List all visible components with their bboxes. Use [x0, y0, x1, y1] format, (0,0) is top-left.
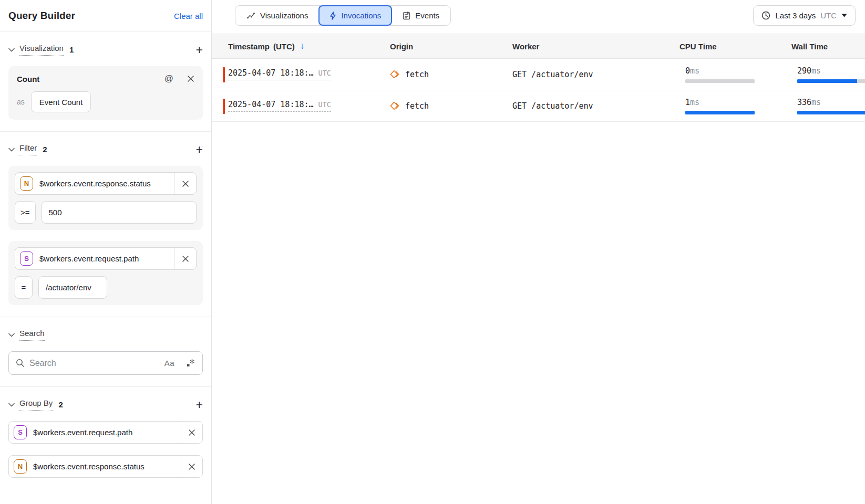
group-by-field-selector[interactable]: N $workers.event.response.status — [8, 455, 203, 478]
filter-value-input[interactable] — [42, 201, 197, 224]
wall-time-cell: 290ms — [791, 66, 865, 83]
cpu-time-bar — [685, 79, 755, 83]
caret-down-icon — [841, 14, 847, 17]
add-filter-button[interactable]: + — [196, 144, 203, 155]
tab-invocations[interactable]: Invocations — [318, 5, 392, 26]
remove-filter-icon[interactable] — [174, 248, 196, 269]
column-header-timestamp[interactable]: Timestamp (UTC) ↓ — [228, 41, 390, 51]
filter-field-selector[interactable]: N $workers.event.response.status — [15, 172, 197, 195]
query-builder-sidebar: Query Builder Clear all Visualization 1 … — [0, 0, 212, 504]
column-header-wall-time[interactable]: Wall Time — [791, 42, 865, 51]
column-header-cpu-time[interactable]: CPU Time — [679, 42, 791, 51]
invocations-table-header: Timestamp (UTC) ↓ Origin Worker CPU Time… — [212, 34, 865, 59]
number-type-badge: N — [14, 459, 27, 474]
visualization-section: Visualization 1 + Count @ as Event Count — [0, 32, 211, 132]
section-title-search[interactable]: Search — [19, 329, 45, 341]
group-by-field-selector[interactable]: S $workers.event.request.path — [8, 421, 203, 444]
search-section: Search Aa — [0, 317, 211, 387]
section-title-visualization[interactable]: Visualization — [19, 44, 64, 56]
regex-icon[interactable] — [186, 359, 195, 368]
column-header-worker[interactable]: Worker — [512, 42, 679, 51]
column-header-origin[interactable]: Origin — [390, 42, 512, 51]
remove-group-by-icon[interactable] — [181, 456, 202, 477]
search-input[interactable] — [29, 359, 160, 368]
wall-time-bar — [797, 79, 865, 83]
remove-visualization-icon[interactable] — [187, 75, 194, 82]
chevron-down-icon[interactable] — [8, 148, 15, 152]
origin-value: fetch — [405, 101, 429, 111]
chevron-down-icon[interactable] — [8, 333, 15, 337]
sort-desc-icon[interactable]: ↓ — [300, 41, 305, 51]
remove-filter-icon[interactable] — [174, 173, 196, 194]
time-range-timezone: UTC — [820, 11, 837, 20]
chevron-down-icon[interactable] — [8, 48, 15, 52]
visualization-card: Count @ as Event Count — [8, 66, 203, 120]
clear-all-link[interactable]: Clear all — [174, 12, 203, 20]
group-by-field-path: $workers.event.request.path — [33, 428, 181, 437]
filter-count: 2 — [43, 145, 47, 154]
alias-button[interactable]: Event Count — [31, 91, 91, 112]
filter-operator-select[interactable]: = — [15, 276, 33, 299]
string-type-badge: S — [14, 425, 27, 439]
page-title: Query Builder — [8, 10, 75, 22]
worker-request-value: GET /actuator/env — [512, 70, 679, 79]
match-case-icon[interactable]: Aa — [164, 359, 174, 368]
time-range-dropdown[interactable]: Last 3 days UTC — [753, 5, 856, 26]
cpu-time-unit: ms — [690, 98, 699, 107]
timestamp-timezone: UTC — [318, 69, 331, 77]
as-label: as — [17, 98, 25, 106]
chart-line-icon — [246, 12, 255, 19]
filter-field-selector[interactable]: S $workers.event.request.path — [15, 247, 197, 270]
section-title-group-by[interactable]: Group By — [19, 398, 53, 411]
clock-icon — [761, 11, 770, 20]
cpu-time-value: 0 — [685, 66, 690, 76]
number-type-badge: N — [20, 176, 33, 191]
add-group-by-button[interactable]: + — [196, 400, 203, 410]
cpu-time-bar — [685, 111, 755, 114]
wall-time-bar — [797, 111, 865, 114]
filter-value-input[interactable] — [38, 276, 107, 299]
error-status-indicator — [223, 99, 225, 114]
cpu-time-value: 1 — [685, 98, 690, 107]
error-status-indicator — [223, 67, 225, 82]
origin-value: fetch — [405, 70, 429, 79]
filter-operator-select[interactable]: >= — [15, 201, 36, 224]
wall-time-unit: ms — [811, 98, 821, 107]
invocation-row[interactable]: 2025-04-07 18:18:… UTC fetch GET /actuat… — [212, 59, 865, 90]
tab-visualizations[interactable]: Visualizations — [235, 6, 319, 25]
timestamp-value: 2025-04-07 18:18:… — [228, 100, 314, 109]
section-title-filter[interactable]: Filter — [19, 143, 37, 155]
cpu-time-unit: ms — [690, 66, 699, 76]
tab-label: Events — [415, 11, 439, 20]
timestamp-value: 2025-04-07 18:18:… — [228, 68, 314, 78]
filter-field-path: $workers.event.request.path — [39, 254, 174, 263]
add-visualization-button[interactable]: + — [196, 45, 203, 55]
group-by-section: Group By 2 + S $workers.event.request.pa… — [0, 387, 211, 500]
timestamp-timezone: UTC — [318, 100, 331, 109]
filter-card: N $workers.event.response.status >= — [8, 166, 203, 230]
results-topbar: Visualizations Invocations — [212, 0, 865, 34]
tab-events[interactable]: Events — [392, 6, 450, 25]
chevron-down-icon[interactable] — [8, 403, 15, 407]
group-by-field-path: $workers.event.response.status — [33, 462, 181, 471]
events-list-icon — [403, 12, 410, 20]
visualization-function-label[interactable]: Count — [17, 75, 39, 83]
results-panel: Visualizations Invocations — [212, 0, 865, 504]
cpu-time-cell: 0ms — [679, 66, 791, 83]
time-range-label: Last 3 days — [775, 11, 816, 20]
visualization-count: 1 — [69, 45, 74, 54]
wall-time-value: 290 — [797, 66, 811, 76]
tab-label: Invocations — [341, 11, 381, 20]
fetch-origin-icon — [390, 101, 400, 110]
lightning-icon — [329, 12, 336, 20]
string-type-badge: S — [20, 251, 33, 266]
at-icon[interactable]: @ — [164, 74, 173, 84]
wall-time-value: 336 — [797, 98, 811, 107]
filter-field-path: $workers.event.response.status — [39, 179, 174, 188]
remove-group-by-icon[interactable] — [181, 422, 202, 443]
invocation-row[interactable]: 2025-04-07 18:18:… UTC fetch GET /actuat… — [212, 90, 865, 122]
sidebar-header: Query Builder Clear all — [0, 0, 211, 32]
search-icon — [16, 359, 25, 368]
view-tab-group: Visualizations Invocations — [235, 5, 451, 26]
workers-observability-app: Query Builder Clear all Visualization 1 … — [0, 0, 865, 504]
